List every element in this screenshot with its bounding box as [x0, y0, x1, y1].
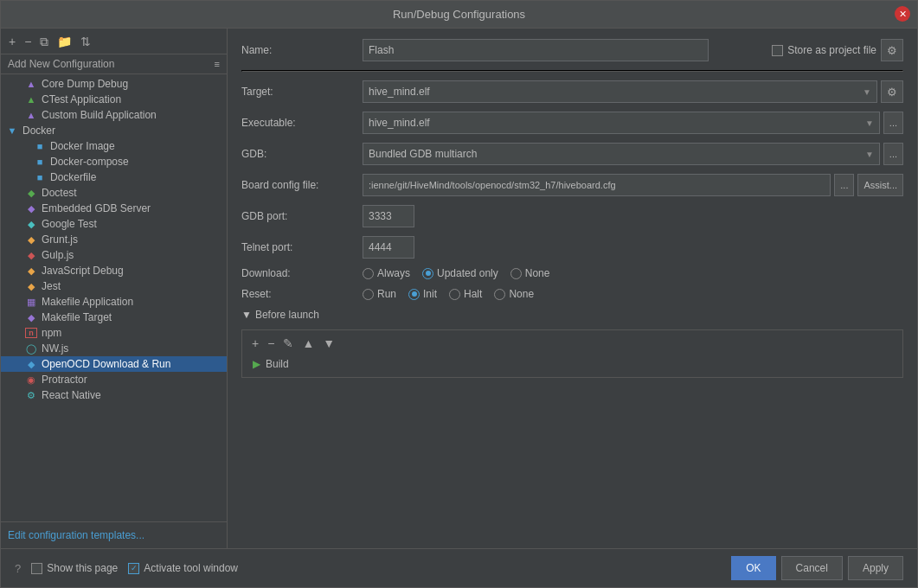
tree-item-custom-build-app[interactable]: ▲ Custom Build Application — [1, 107, 227, 123]
download-none-label: None — [525, 267, 550, 279]
executable-browse-button[interactable]: ... — [883, 112, 903, 134]
target-control-wrap: hive_mind.elf ▼ ⚙ — [363, 80, 903, 103]
tree-item-doctest[interactable]: ◆ Doctest — [1, 185, 227, 201]
docker-image-icon: ■ — [34, 141, 46, 151]
remove-config-button[interactable]: − — [22, 34, 34, 49]
board-config-field[interactable]: :ienne/git/HiveMind/tools/openocd/stm32_… — [363, 174, 831, 196]
reset-halt[interactable]: Halt — [449, 288, 482, 300]
tree-item-openocd[interactable]: ◆ OpenOCD Download & Run ◄ — [1, 356, 227, 372]
download-updated-only-radio[interactable] — [422, 268, 433, 279]
name-input[interactable] — [363, 39, 709, 61]
before-launch-edit-button[interactable]: ✎ — [280, 336, 296, 351]
show-page-checkbox-item[interactable]: Show this page — [31, 562, 118, 574]
copy-config-button[interactable]: ⧉ — [37, 34, 51, 49]
reset-row: Reset: Run Init Halt — [241, 288, 903, 300]
target-dropdown[interactable]: hive_mind.elf ▼ — [363, 80, 877, 103]
board-config-browse-button[interactable]: ... — [834, 174, 854, 196]
target-row: Target: hive_mind.elf ▼ ⚙ — [241, 80, 903, 103]
reset-init[interactable]: Init — [408, 288, 437, 300]
download-always-radio[interactable] — [363, 268, 374, 279]
edit-templates-link[interactable]: Edit configuration templates... — [8, 529, 144, 541]
add-new-config-row: Add New Configuration ≡ — [1, 54, 227, 74]
run-debug-dialog: ↙ Run/Debug Configurations ✕ + − ⧉ 📁 ⇅ A… — [0, 0, 918, 588]
download-updated-only[interactable]: Updated only — [422, 267, 498, 279]
doctest-icon: ◆ — [25, 188, 37, 199]
help-icon[interactable]: ? — [15, 562, 21, 575]
reset-none-label: None — [509, 288, 534, 300]
before-launch-up-button[interactable]: ▲ — [299, 336, 317, 351]
before-launch-down-button[interactable]: ▼ — [320, 336, 337, 351]
gdb-dropdown[interactable]: Bundled GDB multiarch ▼ — [363, 143, 880, 165]
before-launch-add-button[interactable]: + — [249, 336, 261, 351]
reset-halt-radio[interactable] — [449, 289, 460, 300]
store-as-project-checkbox[interactable] — [772, 45, 783, 56]
add-config-button[interactable]: + — [6, 34, 18, 49]
tree-item-core-dump-debug[interactable]: ▲ Core Dump Debug — [1, 76, 227, 92]
reset-none[interactable]: None — [494, 288, 534, 300]
dockerfile-icon: ■ — [34, 172, 46, 182]
gdb-value: Bundled GDB multiarch — [369, 148, 477, 160]
tree-item-protractor[interactable]: ◉ Protractor — [1, 372, 227, 387]
tree-item-docker-image[interactable]: ■ Docker Image — [1, 138, 227, 154]
name-control-wrap: Store as project file ⚙ — [363, 39, 903, 61]
download-none[interactable]: None — [510, 267, 550, 279]
show-page-checkbox[interactable] — [31, 563, 42, 574]
tree-item-ctest-app[interactable]: ▲ CTest Application — [1, 92, 227, 107]
telnet-port-input[interactable] — [363, 236, 414, 259]
gdb-browse-button[interactable]: ... — [883, 143, 903, 165]
target-label: Target: — [241, 86, 363, 98]
docker-compose-label: Docker-compose — [50, 156, 129, 168]
tree-item-docker[interactable]: ▼ Docker — [1, 123, 227, 138]
board-config-row: Board config file: :ienne/git/HiveMind/t… — [241, 174, 903, 196]
gdb-control-wrap: Bundled GDB multiarch ▼ ... — [363, 143, 903, 165]
add-new-config-label: Add New Configuration — [8, 58, 114, 70]
tree-item-gruntjs[interactable]: ◆ Grunt.js — [1, 232, 227, 247]
tree-item-nwjs[interactable]: ◯ NW.js — [1, 341, 227, 356]
activate-tool-checkbox-item[interactable]: ✓ Activate tool window — [128, 562, 238, 574]
board-config-label: Board config file: — [241, 179, 363, 191]
react-native-label: React Native — [42, 389, 101, 401]
target-gear-button[interactable]: ⚙ — [881, 80, 903, 103]
tree-item-npm[interactable]: n npm — [1, 325, 227, 341]
executable-value: hive_mind.elf — [369, 117, 430, 129]
reset-init-radio[interactable] — [408, 289, 420, 300]
reset-run[interactable]: Run — [363, 288, 396, 300]
tree-item-google-test[interactable]: ◆ Google Test — [1, 216, 227, 232]
tree-item-dockerfile[interactable]: ■ Dockerfile — [1, 169, 227, 185]
tree-item-gulpjs[interactable]: ◆ Gulp.js — [1, 247, 227, 263]
tree-item-embedded-gdb[interactable]: ◆ Embedded GDB Server — [1, 201, 227, 216]
before-launch-header[interactable]: ▼ Before launch — [241, 309, 903, 321]
close-button[interactable]: ✕ — [895, 6, 910, 22]
ok-button[interactable]: OK — [731, 556, 775, 580]
reset-run-label: Run — [377, 288, 396, 300]
tree-item-js-debug[interactable]: ◆ JavaScript Debug — [1, 263, 227, 278]
store-gear-button[interactable]: ⚙ — [881, 39, 903, 61]
tree-item-docker-compose[interactable]: ■ Docker-compose — [1, 154, 227, 169]
download-always[interactable]: Always — [363, 267, 410, 279]
tree-item-makefile-target[interactable]: ◆ Makefile Target — [1, 310, 227, 325]
build-icon: ▶ — [253, 358, 260, 370]
bottom-left: ? Show this page ✓ Activate tool window — [15, 562, 238, 575]
reset-run-radio[interactable] — [363, 289, 374, 300]
name-label: Name: — [241, 44, 363, 56]
sort-config-button[interactable]: ⇅ — [78, 34, 93, 49]
before-launch-remove-button[interactable]: − — [265, 336, 277, 351]
npm-label: npm — [42, 327, 61, 339]
tree-item-makefile-app[interactable]: ▦ Makefile Application — [1, 294, 227, 310]
cancel-button[interactable]: Cancel — [781, 556, 843, 580]
tree-item-jest[interactable]: ◆ Jest — [1, 278, 227, 294]
protractor-icon: ◉ — [25, 374, 37, 386]
gdb-port-control-wrap — [363, 205, 903, 227]
apply-button[interactable]: Apply — [848, 556, 903, 580]
executable-dropdown[interactable]: hive_mind.elf ▼ — [363, 112, 880, 134]
board-config-assist-button[interactable]: Assist... — [857, 174, 903, 196]
download-none-radio[interactable] — [510, 268, 522, 279]
react-native-icon: ⚙ — [25, 390, 37, 401]
reset-none-radio[interactable] — [494, 289, 505, 300]
tree-item-react-native[interactable]: ⚙ React Native — [1, 387, 227, 403]
activate-tool-checkbox[interactable]: ✓ — [128, 563, 139, 574]
folder-config-button[interactable]: 📁 — [55, 34, 74, 49]
dialog-title: Run/Debug Configurations — [393, 8, 525, 21]
gdb-port-input[interactable] — [363, 205, 414, 227]
executable-label: Executable: — [241, 117, 363, 129]
